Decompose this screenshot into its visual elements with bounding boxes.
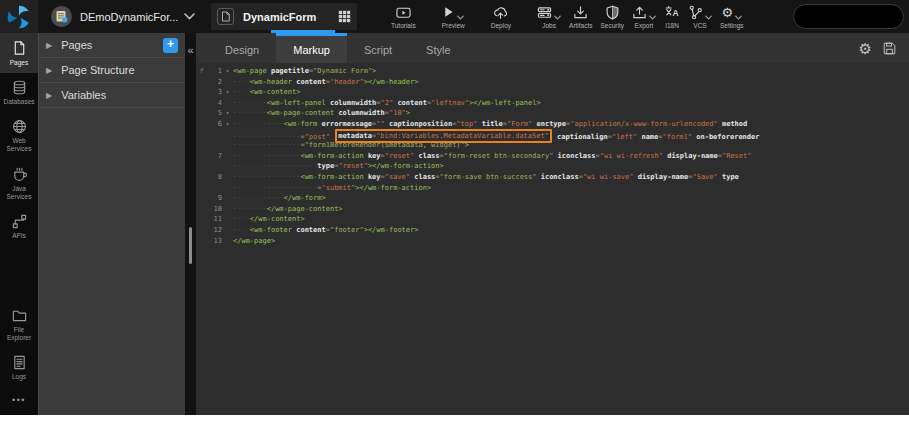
fold-caret-icon[interactable]: ▾: [222, 108, 233, 119]
gutter-marker: [196, 183, 207, 194]
fold-caret-icon: [222, 214, 233, 225]
gutter: 4: [196, 98, 233, 109]
line-number: [207, 130, 222, 141]
menu-item-label: Security: [601, 22, 624, 29]
scrollbar-thumb[interactable]: [189, 227, 192, 264]
menu-item-export[interactable]: Export: [628, 2, 660, 32]
page-tab-dynamicform[interactable]: DynamicForm: [211, 3, 357, 30]
line-number: [207, 183, 222, 194]
tab-design[interactable]: Design: [208, 33, 276, 63]
markup-code-editor[interactable]: f1▾<wm-page pagetitle="Dynamic Form">2··…: [196, 63, 909, 415]
folder-icon: [12, 308, 27, 323]
menu-item-i18n[interactable]: AI18N: [660, 2, 684, 32]
gutter: [196, 140, 233, 151]
menu-item-deploy[interactable]: Deploy: [487, 2, 515, 32]
gutter-marker: [196, 140, 207, 151]
explorer-section-label: Pages: [61, 39, 163, 51]
sidebar-item-pages[interactable]: Pages: [0, 33, 38, 73]
sidebar-item-logs[interactable]: Logs: [0, 348, 38, 387]
wavemaker-logo-icon: [6, 4, 32, 30]
wavemaker-studio: DEmoDynamicFor... DynamicForm: [0, 0, 909, 421]
menu-item-vcs[interactable]: VCS: [684, 2, 716, 32]
sidebar-item-java-services[interactable]: Java Services: [0, 160, 38, 207]
gutter-marker: [196, 77, 207, 88]
editor-actions: ⚙: [859, 33, 896, 63]
code-line: ············<wm-form errormessage="" cap…: [233, 119, 909, 130]
code-line: ········<wm-left-panel columnwidth="2" c…: [233, 98, 909, 109]
project-avatar: [51, 6, 72, 27]
gutter-marker: [196, 87, 207, 98]
gutter-marker: f: [196, 66, 207, 77]
gutter: 9: [196, 193, 233, 204]
code-row: 9············</wm-form>: [196, 193, 909, 204]
fold-caret-icon: [222, 98, 233, 109]
menu-item-label: Jobs: [542, 22, 556, 29]
gutter: [196, 183, 233, 194]
sidebar-item-file-explorer[interactable]: File Explorer: [0, 301, 38, 348]
caret-right-icon: ▶: [46, 41, 52, 50]
fold-caret-icon: [222, 151, 233, 162]
code-line: ········<wm-page-content columnwidth="10…: [233, 108, 909, 119]
fold-caret-icon[interactable]: ▾: [222, 119, 233, 130]
sidebar-item-apis[interactable]: APIs: [0, 207, 38, 246]
gutter: 13: [196, 236, 233, 247]
line-number: 10: [207, 204, 222, 215]
sidebar-item-label: Java Services: [1, 185, 37, 201]
menu-item-preview[interactable]: Preview: [438, 2, 469, 32]
line-number: 9: [207, 193, 222, 204]
code-row: f1▾<wm-page pagetitle="Dynamic Form">: [196, 66, 909, 77]
tab-script[interactable]: Script: [347, 33, 409, 63]
explorer-panel: ▶Pages+▶Page Structure▶Variables: [38, 33, 185, 415]
highlighted-metadata-binding: metadata="bind:Variables.MetadataVariabl…: [335, 129, 552, 144]
menu-item-security[interactable]: Security: [597, 2, 628, 32]
code-row: 8················<wm-form-action key="sa…: [196, 172, 909, 183]
explorer-section-page-structure[interactable]: ▶Page Structure: [39, 58, 185, 83]
user-account-area[interactable]: [793, 4, 904, 29]
chevron-down-icon: [649, 15, 656, 20]
gutter-marker: [196, 108, 207, 119]
menu-item-artifacts[interactable]: Artifacts: [565, 2, 596, 32]
grid-icon[interactable]: [338, 10, 351, 23]
bottom-margin: [0, 415, 909, 421]
menu-item-tutorials[interactable]: Tutorials: [387, 2, 420, 32]
vcs-icon: [688, 5, 712, 20]
chevron-down-icon[interactable]: [184, 13, 195, 20]
explorer-section-pages[interactable]: ▶Pages+: [39, 33, 185, 58]
line-number: 1: [207, 66, 222, 77]
fold-caret-icon[interactable]: ▾: [222, 66, 233, 77]
gutter: 6▾: [196, 119, 233, 130]
explorer-section-variables[interactable]: ▶Variables: [39, 83, 185, 108]
menu-item-jobs[interactable]: Jobs: [533, 2, 565, 32]
tab-style[interactable]: Style: [409, 33, 467, 63]
menu-item-label: Settings: [720, 22, 744, 29]
code-line: ················="post" metadata="bind:V…: [233, 130, 909, 141]
code-line: ············</wm-form>: [233, 193, 909, 204]
page-tab-title: DynamicForm: [243, 11, 338, 23]
logs-icon: [12, 355, 27, 370]
code-row: 6▾············<wm-form errormessage="" c…: [196, 119, 909, 130]
fold-caret-icon[interactable]: ▾: [222, 87, 233, 98]
save-icon[interactable]: [883, 42, 896, 55]
menu-item-settings[interactable]: ⚙Settings: [716, 2, 748, 32]
collapse-panel-icon[interactable]: «: [185, 44, 196, 56]
tab-markup[interactable]: Markup: [276, 33, 347, 63]
gutter: [196, 161, 233, 172]
sidebar-item-label: Pages: [10, 59, 28, 67]
top-bar: DEmoDynamicFor... DynamicForm: [0, 0, 909, 33]
line-number: 2: [207, 77, 222, 88]
deploy-icon: [492, 5, 509, 20]
project-selector[interactable]: DEmoDynamicFor...: [51, 6, 199, 27]
more-options-icon[interactable]: •••: [0, 387, 38, 415]
sidebar-item-label: Databases: [3, 98, 34, 106]
java-icon: [11, 167, 28, 182]
sidebar-item-web-services[interactable]: Web Services: [0, 112, 38, 159]
sidebar-item-databases[interactable]: Databases: [0, 73, 38, 112]
fold-caret-icon: [222, 236, 233, 247]
line-number: 4: [207, 98, 222, 109]
editor-settings-icon[interactable]: ⚙: [859, 41, 872, 56]
menu-item-label: Export: [635, 22, 654, 29]
chevron-down-icon: [735, 15, 742, 20]
add-page-button[interactable]: +: [163, 38, 178, 53]
code-line: ················<wm-form-action key="res…: [233, 151, 909, 162]
wavemaker-logo[interactable]: [0, 0, 38, 33]
